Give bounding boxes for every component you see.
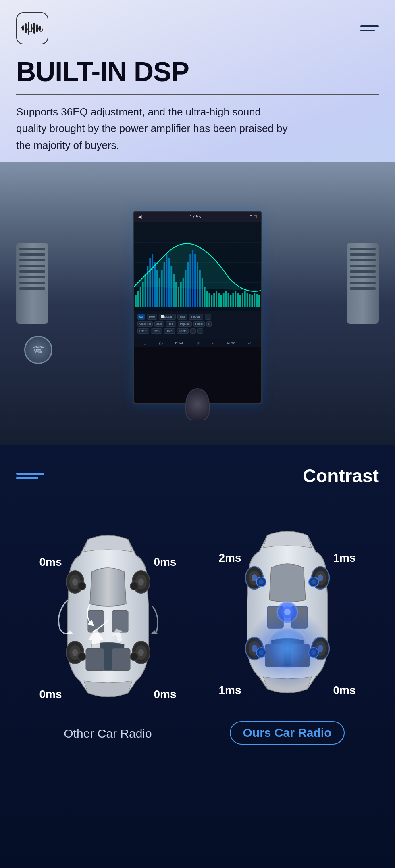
svg-point-82 (130, 653, 138, 661)
sbs-btn[interactable]: SBS (177, 314, 187, 320)
screen-icons: ⌃ □ (249, 214, 257, 220)
vent-slot (19, 253, 45, 256)
svg-rect-1 (25, 23, 27, 33)
svg-rect-78 (112, 648, 130, 671)
svg-rect-56 (244, 291, 246, 307)
fan-icon[interactable]: ❄ (196, 341, 200, 345)
svg-rect-12 (140, 287, 141, 307)
user2-btn[interactable]: User2 (151, 328, 162, 334)
svg-rect-43 (213, 293, 215, 307)
vent-slot (350, 276, 376, 278)
vent-slot (19, 265, 45, 267)
add-btn[interactable]: + (190, 328, 196, 334)
svg-point-80 (130, 582, 138, 590)
svg-rect-46 (220, 295, 222, 307)
wave-icon[interactable]: ≈ (212, 341, 214, 345)
title-divider (16, 94, 379, 95)
svg-point-81 (78, 653, 86, 661)
svg-rect-76 (112, 610, 128, 632)
svg-rect-2 (28, 22, 29, 35)
svg-rect-62 (258, 295, 260, 307)
svg-rect-11 (137, 291, 139, 307)
logo-box (16, 12, 48, 44)
info-btn[interactable]: ℹ (206, 321, 212, 327)
svg-rect-77 (86, 648, 104, 671)
hamburger-menu-button[interactable] (360, 25, 379, 31)
left-car-item: 0ms 0ms 0ms 0ms (24, 523, 191, 740)
bottom-section: Contrast 0ms 0ms 0ms 0ms (0, 445, 395, 868)
svg-rect-57 (247, 293, 248, 307)
user3-btn[interactable]: User3 (164, 328, 175, 334)
dts-btn[interactable]: dts (137, 314, 145, 320)
right-car-caption-highlight: Ours Car Radio (230, 721, 344, 745)
dolby-btn[interactable]: ⬜DOLBY (159, 314, 176, 320)
svg-point-68 (138, 578, 144, 586)
svg-marker-83 (66, 630, 74, 634)
svg-rect-48 (225, 291, 227, 307)
left-car-top-right-label: 0ms (154, 556, 176, 569)
svg-rect-47 (223, 293, 225, 307)
contrast-header: Contrast (16, 465, 379, 487)
header (0, 0, 395, 52)
svg-point-79 (78, 582, 86, 590)
hamburger-line-2 (360, 30, 375, 31)
user1-btn[interactable]: User1 (137, 328, 149, 334)
svg-rect-45 (218, 293, 220, 307)
vent-slot (19, 259, 45, 261)
svg-rect-49 (228, 293, 229, 307)
left-car-bottom-left-label: 0ms (40, 688, 62, 701)
home-icon[interactable]: ⌂ (144, 341, 146, 345)
right-car-svg (231, 519, 344, 705)
back-icon[interactable]: ↩ (248, 341, 251, 345)
screen-time: 17:55 (190, 214, 201, 219)
dashboard-screen: ◀ 17:55 ⌃ □ (133, 211, 262, 404)
eq-display-area (134, 222, 261, 311)
left-car-wrapper: 0ms 0ms 0ms 0ms (44, 523, 173, 717)
through-btn[interactable]: Through (189, 314, 203, 320)
eq-user-row: User1 User2 User3 User5 + − (137, 328, 258, 334)
svg-rect-40 (206, 291, 208, 307)
screen-footer: ⌂ ⏻ DUAL ❄ ≈ AUTO ↩ (134, 339, 261, 347)
power-icon[interactable]: ⏻ (159, 341, 163, 345)
contrast-line-2 (16, 477, 38, 479)
svg-rect-4 (33, 23, 35, 34)
svg-rect-44 (216, 291, 217, 307)
jazz-btn[interactable]: Jazz (154, 321, 164, 327)
user5-btn[interactable]: User5 (177, 328, 189, 334)
contrast-line-1 (16, 473, 44, 475)
dual-label: DUAL (175, 341, 184, 345)
minus-btn[interactable]: − (198, 328, 203, 334)
vent-left (16, 243, 48, 324)
rock-btn[interactable]: Rock (166, 321, 176, 327)
classical-btn[interactable]: Classical (137, 321, 153, 327)
vent-slot (19, 270, 45, 273)
svg-rect-54 (239, 295, 241, 307)
back-arrow-icon: ◀ (138, 214, 141, 220)
hamburger-line-1 (360, 25, 379, 27)
swap-btn[interactable]: ⇕ (205, 314, 211, 320)
eq-presets-row2: Classical Jazz Rock Popular Reset ℹ (137, 321, 258, 327)
car-interior-bg: ENGINESTARTSTOP ◀ 17:55 ⌃ □ (0, 162, 395, 445)
vent-slot (19, 248, 45, 250)
right-car-item: 2ms 1ms 1ms 0ms (204, 519, 371, 745)
svg-rect-52 (235, 291, 236, 307)
svg-point-113 (284, 609, 291, 615)
left-car-top-left-label: 0ms (40, 556, 62, 569)
right-car-bottom-right-label: 0ms (333, 684, 356, 697)
svg-point-65 (72, 578, 78, 586)
screen-controls: dts DUU ⬜DOLBY SBS Through ⇕ Classical J… (134, 311, 261, 339)
svg-point-74 (138, 649, 144, 656)
vent-slot (350, 253, 376, 256)
popular-btn[interactable]: Popular (178, 321, 191, 327)
reset-btn[interactable]: Reset (193, 321, 205, 327)
cars-comparison: 0ms 0ms 0ms 0ms (16, 519, 379, 745)
duu-btn[interactable]: DUU (147, 314, 157, 320)
subtitle-text: Supports 36EQ adjustment, and the ultra-… (16, 104, 290, 154)
vent-slot (350, 265, 376, 267)
eq-presets-row1: dts DUU ⬜DOLBY SBS Through ⇕ (137, 314, 258, 320)
svg-rect-41 (208, 293, 210, 307)
svg-rect-39 (204, 287, 206, 307)
svg-rect-53 (237, 293, 239, 307)
svg-rect-60 (254, 293, 255, 307)
svg-point-104 (259, 579, 264, 584)
